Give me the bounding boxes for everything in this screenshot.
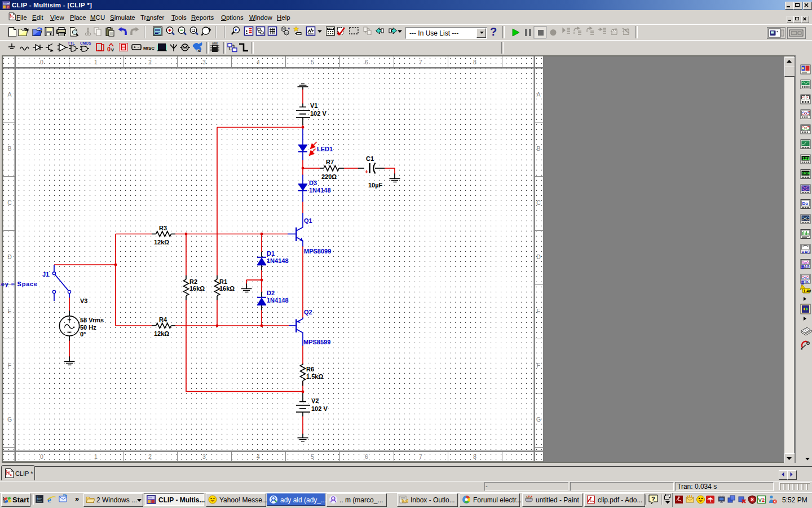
svg-text:3: 3 (202, 59, 206, 65)
svg-text:0: 0 (107, 46, 111, 52)
svg-text:R4: R4 (159, 316, 167, 323)
svg-text:10µF: 10µF (368, 182, 383, 189)
svg-text:12kΩ: 12kΩ (154, 330, 169, 337)
svg-text:R7: R7 (326, 159, 334, 165)
svg-text:R2: R2 (189, 278, 197, 285)
svg-text:C: C (536, 199, 541, 206)
svg-text:3: 3 (202, 453, 206, 460)
svg-text:F: F (8, 362, 11, 369)
svg-text:G: G (7, 416, 12, 423)
svg-text:4: 4 (257, 59, 260, 65)
svg-text:102 V: 102 V (310, 110, 326, 117)
svg-text:1010: 1010 (802, 172, 810, 176)
svg-text:16kΩ: 16kΩ (189, 285, 205, 292)
svg-text:2: 2 (148, 453, 152, 460)
svg-text:V1: V1 (310, 102, 317, 109)
svg-text:1.4v: 1.4v (804, 289, 811, 293)
svg-text:C: C (7, 199, 12, 206)
svg-text:C1: C1 (366, 155, 374, 162)
svg-text:D2: D2 (267, 290, 275, 296)
svg-text:D1: D1 (267, 250, 275, 257)
svg-text:B: B (536, 145, 540, 152)
svg-text:E: E (536, 308, 540, 314)
svg-text:+: + (365, 168, 368, 175)
svg-text:V2: V2 (758, 497, 765, 503)
svg-text:V2: V2 (311, 397, 319, 404)
svg-text:TTL: TTL (68, 41, 76, 45)
svg-text:▓TK: ▓TK (801, 280, 809, 284)
svg-text:Do: Do (802, 201, 809, 206)
svg-text:7: 7 (419, 59, 422, 65)
svg-text:16kΩ: 16kΩ (219, 285, 235, 292)
svg-text:1N4148: 1N4148 (267, 297, 289, 304)
svg-text:8: 8 (473, 453, 476, 460)
svg-text:Q2: Q2 (304, 309, 312, 316)
svg-text:0: 0 (40, 453, 43, 460)
svg-text:7: 7 (419, 453, 422, 460)
svg-text:D: D (536, 253, 541, 260)
svg-text:58 Vrms: 58 Vrms (80, 317, 104, 323)
svg-text:R1: R1 (219, 278, 227, 285)
svg-text:0: 0 (40, 59, 43, 65)
svg-text:1N4148: 1N4148 (309, 187, 331, 194)
svg-text:A: A (7, 91, 11, 98)
svg-text:4: 4 (257, 453, 260, 460)
svg-text:CMOS: CMOS (80, 41, 91, 45)
svg-text:6: 6 (365, 453, 368, 460)
svg-text:v: v (111, 47, 114, 52)
svg-text:G: G (536, 416, 541, 423)
svg-text:2: 2 (148, 59, 152, 65)
svg-text:5: 5 (311, 453, 314, 460)
svg-text:MISC: MISC (143, 46, 155, 51)
svg-text:0°: 0° (80, 331, 86, 338)
svg-text:LED1: LED1 (317, 146, 333, 152)
svg-text:Q1: Q1 (304, 217, 312, 224)
svg-text:NI: NI (198, 49, 201, 52)
svg-text:220Ω: 220Ω (321, 173, 337, 180)
svg-text:1: 1 (94, 453, 98, 460)
svg-text:123: 123 (802, 156, 810, 161)
svg-text:50 Hz: 50 Hz (80, 324, 96, 331)
svg-text:V3: V3 (80, 297, 87, 304)
svg-text:6: 6 (365, 59, 368, 65)
svg-text:★AG: ★AG (801, 250, 810, 254)
svg-text:1N4148: 1N4148 (267, 257, 289, 264)
svg-text:ASM: ASM (212, 42, 218, 45)
svg-text:MPS8599: MPS8599 (303, 339, 330, 345)
svg-text:E: E (7, 308, 11, 314)
svg-text:12kΩ: 12kΩ (154, 239, 169, 246)
svg-text:1.5kΩ: 1.5kΩ (306, 373, 323, 380)
svg-text:D3: D3 (309, 179, 317, 186)
svg-text:▓AG: ▓AG (801, 265, 810, 269)
svg-text:A: A (536, 91, 540, 98)
svg-text:?: ? (651, 496, 655, 502)
svg-text:Key = Space: Key = Space (0, 281, 38, 287)
svg-text:5: 5 (311, 59, 314, 65)
svg-text:R6: R6 (306, 366, 314, 373)
svg-text:8: 8 (473, 59, 476, 65)
svg-text:R3: R3 (159, 225, 167, 231)
svg-text:D: D (7, 253, 12, 260)
svg-text:B: B (7, 145, 11, 152)
svg-text:F: F (537, 362, 540, 369)
svg-text:102 V: 102 V (311, 405, 328, 412)
svg-text:J1: J1 (42, 271, 49, 278)
svg-text:1: 1 (94, 59, 98, 65)
svg-text:MPS8099: MPS8099 (304, 248, 331, 255)
